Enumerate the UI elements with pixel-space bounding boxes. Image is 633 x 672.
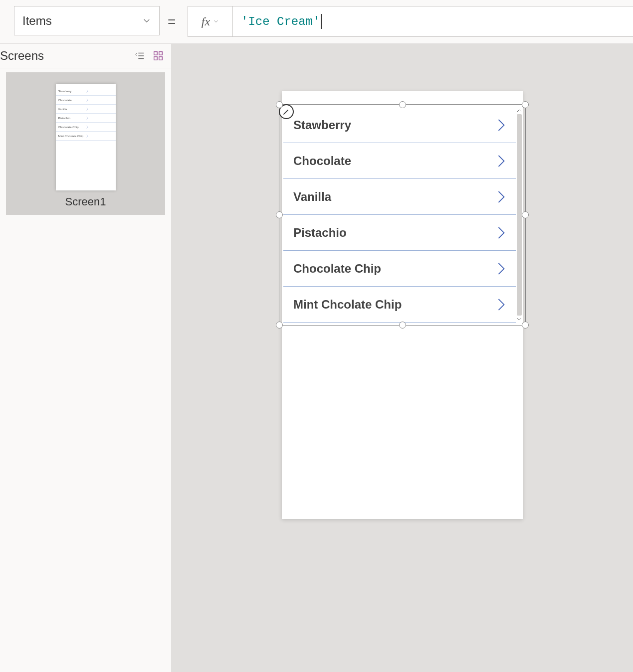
thumb-row: Vanilla — [56, 105, 116, 114]
fx-button[interactable]: fx — [188, 6, 233, 36]
thumbnail-view-icon[interactable] — [152, 50, 164, 62]
chevron-right-icon — [86, 90, 113, 93]
gallery-row-label: Mint Chcolate Chip — [293, 298, 496, 312]
gallery-row-label: Pistachio — [293, 226, 496, 240]
scroll-track[interactable] — [517, 114, 522, 316]
thumb-row-label: Vanilla — [58, 108, 86, 111]
screens-panel: Screens Stawberry Chocolate Vanilla Pist… — [0, 44, 172, 672]
chevron-right-icon — [86, 126, 113, 129]
thumb-row-label: Stawberry — [58, 90, 86, 93]
thumb-row: Mint Chcolate Chip — [56, 132, 116, 141]
resize-handle-ne[interactable] — [522, 101, 529, 108]
chevron-right-icon — [86, 99, 113, 102]
chevron-right-icon — [86, 117, 113, 120]
resize-handle-e[interactable] — [522, 211, 529, 218]
equals-sign: = — [168, 14, 176, 30]
resize-handle-s[interactable] — [399, 322, 406, 329]
resize-handle-sw[interactable] — [276, 322, 283, 329]
design-canvas[interactable]: Stawberry Chocolate Vanilla Pistachio — [172, 44, 633, 672]
gallery-control[interactable]: Stawberry Chocolate Vanilla Pistachio — [282, 107, 523, 323]
chevron-right-icon[interactable] — [496, 297, 507, 312]
svg-rect-2 — [154, 57, 157, 60]
chevron-right-icon[interactable] — [496, 118, 507, 133]
app-screen[interactable]: Stawberry Chocolate Vanilla Pistachio — [282, 91, 523, 519]
scroll-down-arrow[interactable] — [516, 316, 523, 323]
svg-rect-3 — [159, 57, 162, 60]
gallery-row-label: Chocolate — [293, 154, 496, 168]
gallery-row[interactable]: Stawberry — [283, 107, 516, 143]
gallery-row[interactable]: Chocolate — [283, 143, 516, 179]
svg-rect-1 — [159, 52, 162, 55]
chevron-down-icon — [142, 16, 151, 25]
gallery-row[interactable]: Pistachio — [283, 215, 516, 251]
formula-bar-area: Items = fx 'Ice Cream' — [0, 0, 633, 44]
fx-label: fx — [202, 15, 210, 28]
text-cursor — [321, 14, 322, 29]
edit-template-icon[interactable] — [279, 104, 294, 119]
property-dropdown-label: Items — [22, 14, 52, 28]
gallery-row[interactable]: Chocolate Chip — [283, 251, 516, 287]
screen-thumbnail: Stawberry Chocolate Vanilla Pistachio Ch… — [56, 84, 116, 190]
svg-rect-0 — [154, 52, 157, 55]
chevron-right-icon[interactable] — [496, 225, 507, 240]
gallery-row[interactable]: Mint Chcolate Chip — [283, 287, 516, 323]
thumb-row-label: Pistachio — [58, 117, 86, 120]
thumb-row: Stawberry — [56, 87, 116, 96]
chevron-right-icon — [86, 135, 113, 138]
thumb-row-label: Chocolate — [58, 99, 86, 102]
chevron-right-icon[interactable] — [496, 154, 507, 168]
chevron-right-icon[interactable] — [496, 189, 507, 204]
formula-input[interactable]: 'Ice Cream' — [233, 6, 633, 36]
resize-handle-se[interactable] — [522, 322, 529, 329]
thumb-row-label: Mint Chcolate Chip — [58, 135, 86, 138]
formula-bar: fx 'Ice Cream' — [188, 6, 633, 37]
gallery-row-label: Vanilla — [293, 190, 496, 204]
gallery-row-label: Stawberry — [293, 118, 496, 132]
gallery-row[interactable]: Vanilla — [283, 179, 516, 215]
gallery-scrollbar[interactable] — [516, 107, 523, 323]
thumb-row: Pistachio — [56, 114, 116, 123]
tree-view-icon[interactable] — [134, 50, 146, 62]
screens-panel-title: Screens — [0, 49, 128, 63]
screens-panel-header: Screens — [0, 44, 171, 68]
thumb-row: Chocolate — [56, 96, 116, 105]
thumb-row-label: Chocolate Chip — [58, 126, 86, 129]
chevron-right-icon[interactable] — [496, 261, 507, 276]
app-root: Items = fx 'Ice Cream' Screens — [0, 0, 633, 672]
screen-thumbnail-label: Screen1 — [32, 195, 139, 208]
chevron-down-icon — [213, 18, 219, 24]
gallery-row-label: Chocolate Chip — [293, 262, 496, 276]
thumb-row: Chocolate Chip — [56, 123, 116, 132]
formula-value: 'Ice Cream' — [241, 15, 320, 28]
gallery-items: Stawberry Chocolate Vanilla Pistachio — [283, 107, 516, 323]
chevron-right-icon — [86, 108, 113, 111]
screen-thumbnail-container[interactable]: Stawberry Chocolate Vanilla Pistachio Ch… — [6, 72, 165, 215]
scroll-up-arrow[interactable] — [516, 107, 523, 114]
property-dropdown[interactable]: Items — [14, 6, 160, 35]
